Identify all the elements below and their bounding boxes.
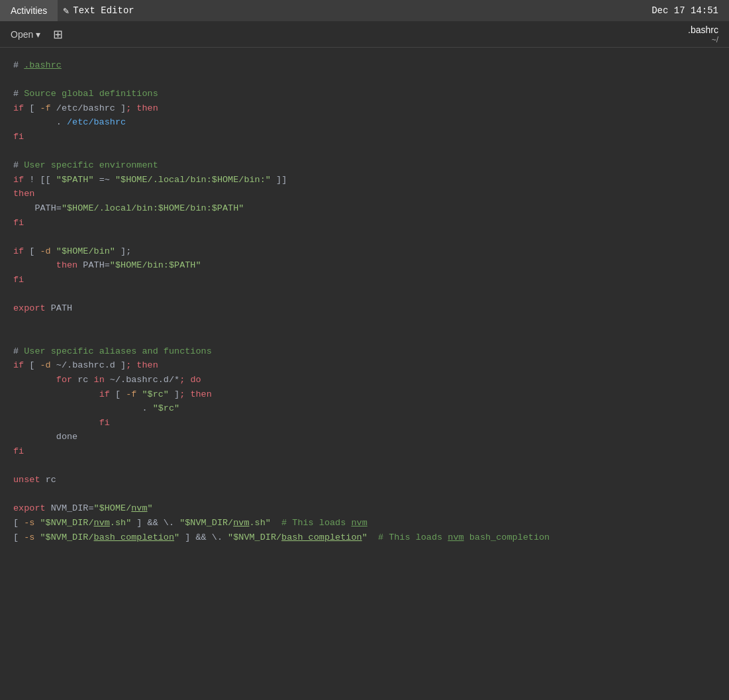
- code-line: . /etc/bashrc: [13, 115, 716, 130]
- code-line: [13, 144, 716, 159]
- file-tab-path: ~/: [688, 35, 718, 44]
- code-line: [13, 330, 716, 344]
- code-line: # User specific environment: [13, 158, 716, 173]
- code-line: export NVM_DIR="$HOME/nvm": [13, 501, 716, 516]
- code-line: fi: [13, 216, 716, 230]
- toolbar: Open ▾ ⊞ .bashrc ~/: [0, 21, 729, 48]
- code-line: done: [13, 430, 716, 444]
- code-editor[interactable]: # .bashrc # Source global definitions if…: [0, 48, 729, 699]
- code-line: fi: [13, 444, 716, 459]
- code-line: if [ -d ~/.bashrc.d ]; then: [13, 358, 716, 373]
- code-line: [13, 316, 716, 330]
- code-line: [ -s "$NVM_DIR/bash_completion" ] && \. …: [13, 530, 716, 545]
- code-line: export PATH: [13, 301, 716, 316]
- code-line: [13, 287, 716, 302]
- code-line: [13, 230, 716, 244]
- app-icon: ✎: [63, 5, 69, 17]
- code-line: [ -s "$NVM_DIR/nvm.sh" ] && \. "$NVM_DIR…: [13, 516, 716, 530]
- code-line: then: [13, 187, 716, 201]
- code-line: [13, 459, 716, 474]
- code-line: [13, 73, 716, 87]
- open-button[interactable]: Open ▾: [5, 26, 46, 42]
- code-line: for rc in ~/.bashrc.d/*; do: [13, 373, 716, 387]
- code-line: if [ -f /etc/bashrc ]; then: [13, 101, 716, 116]
- code-line: fi: [13, 130, 716, 144]
- open-chevron-icon: ▾: [36, 29, 40, 40]
- code-line: then PATH="$HOME/bin:$PATH": [13, 258, 716, 273]
- code-line: [13, 487, 716, 502]
- code-line: if [ -f "$rc" ]; then: [13, 387, 716, 402]
- new-tab-button[interactable]: ⊞: [48, 25, 67, 44]
- clock-display: Dec 17 14:51: [652, 5, 729, 16]
- code-line: fi: [13, 416, 716, 430]
- app-title-area: ✎ Text Editor: [58, 5, 139, 17]
- file-tab: .bashrc ~/: [688, 25, 724, 44]
- topbar: Activities ✎ Text Editor Dec 17 14:51: [0, 0, 729, 21]
- app-title-label: Text Editor: [73, 5, 134, 16]
- activities-button[interactable]: Activities: [0, 0, 58, 21]
- code-line: # .bashrc: [13, 58, 716, 73]
- code-line: fi: [13, 273, 716, 287]
- code-line: # User specific aliases and functions: [13, 344, 716, 359]
- file-tab-name: .bashrc: [688, 25, 718, 35]
- code-line: PATH="$HOME/.local/bin:$HOME/bin:$PATH": [13, 201, 716, 216]
- code-line: . "$rc": [13, 401, 716, 416]
- activities-label: Activities: [11, 5, 47, 16]
- code-line: if ! [[ "$PATH" =~ "$HOME/.local/bin:$HO…: [13, 173, 716, 187]
- open-label: Open: [11, 29, 33, 40]
- new-tab-icon: ⊞: [53, 27, 63, 42]
- code-line: unset rc: [13, 473, 716, 487]
- code-line: # Source global definitions: [13, 87, 716, 101]
- code-line: if [ -d "$HOME/bin" ];: [13, 244, 716, 259]
